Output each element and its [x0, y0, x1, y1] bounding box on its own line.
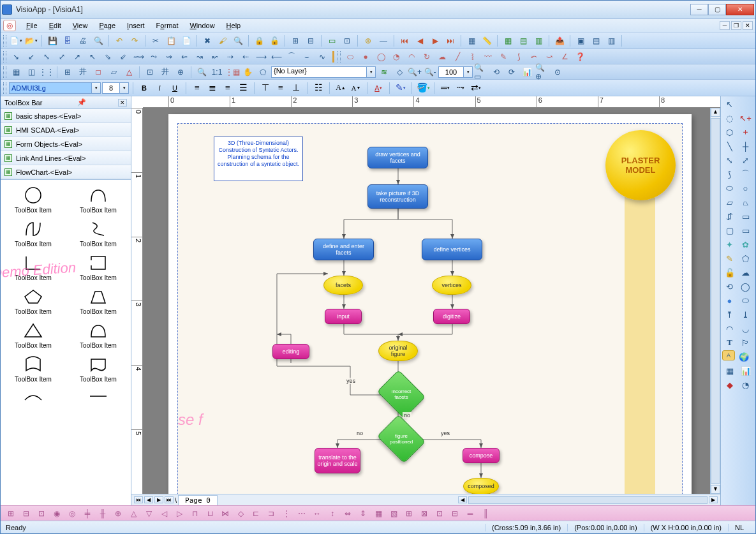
ruler-button[interactable]: 📏 [480, 34, 494, 48]
connector-12[interactable]: ⇜ [177, 50, 191, 64]
toolbox-item[interactable]: ToolBox Item [1, 319, 66, 353]
tool-ellipse-dashed[interactable]: ◌ [722, 112, 737, 124]
lock-button[interactable]: 🔒 [252, 34, 266, 48]
layout1-button[interactable]: ▣ [574, 34, 588, 48]
tool-pie[interactable]: ◔ [738, 378, 753, 391]
obj-26[interactable]: ▧ [387, 508, 400, 519]
node-term-facets[interactable]: facets [323, 276, 363, 295]
snap-point[interactable]: ▱ [107, 65, 121, 79]
shape-btn[interactable]: ⬠ [256, 65, 270, 79]
node-decision-incorrect[interactable]: incorrect facets [377, 370, 426, 419]
shape-cloud-btn[interactable]: ☁ [435, 50, 449, 64]
font-size-combo[interactable]: ▾ [102, 82, 129, 94]
fill-color-button[interactable]: 🪣▾ [416, 81, 430, 95]
tool-plus[interactable]: ┼ [738, 140, 753, 152]
tab-nav-first[interactable]: ⏮ [134, 496, 143, 503]
tool-chart[interactable]: 📊 [738, 364, 753, 377]
category-form-objects[interactable]: ▦Form Objects-<Eval> [1, 137, 131, 151]
node-action-digitize[interactable]: digitize [433, 309, 470, 324]
tool-arc3[interactable]: ◡ [738, 322, 753, 335]
font-size-dropdown-icon[interactable]: ▾ [120, 82, 129, 94]
pan-alt[interactable]: ⋮▦ [225, 65, 239, 79]
tool-arc[interactable]: ⌒ [738, 168, 753, 181]
bullets-button[interactable]: ☷ [311, 81, 325, 95]
grid-button[interactable]: ▦ [464, 34, 478, 48]
line-color-button[interactable]: ✎▾ [394, 81, 408, 95]
node-term-composed[interactable]: composed [463, 478, 499, 494]
valign-mid-button[interactable]: ≡ [274, 81, 288, 95]
tool-callout1[interactable]: ▢ [722, 224, 737, 237]
toolbox-item[interactable] [1, 387, 66, 413]
obj-8[interactable]: ⊕ [112, 508, 124, 519]
bold-button[interactable]: B [137, 81, 151, 95]
menu-window[interactable]: Window [184, 20, 219, 31]
layer-add[interactable]: ≋ [377, 65, 391, 79]
toolbox-item[interactable] [66, 387, 131, 413]
tool-callout2[interactable]: ▭ [738, 224, 753, 237]
node-draw-vertices[interactable]: draw vertices and facets [367, 147, 428, 168]
select-button[interactable]: ▭ [325, 34, 339, 48]
tool-text-box[interactable]: A [722, 350, 735, 360]
shape-help-btn[interactable]: ❓ [573, 50, 587, 64]
grip-icon[interactable] [3, 35, 6, 47]
category-flowchart[interactable]: ▦FlowChart-<Eval> [1, 165, 131, 179]
underline-button[interactable]: U [168, 81, 182, 95]
zoom-dropdown-icon[interactable]: ▾ [464, 66, 473, 78]
menu-format[interactable]: Format [151, 20, 184, 31]
toolbox-item[interactable]: ToolBox Item [66, 353, 131, 387]
fit-button[interactable]: ⊕ [361, 34, 375, 48]
connector-17[interactable]: ⟶ [254, 50, 268, 64]
shape-arc2-btn[interactable]: ⤻ [542, 50, 556, 64]
find-button[interactable]: 🔍 [231, 34, 245, 48]
layer-field[interactable]: {No Layer} [271, 66, 367, 78]
tab-nav-prev[interactable]: ◀ [144, 496, 153, 503]
zoom-ext[interactable]: 🔍⊕ [535, 65, 549, 79]
connector-3[interactable]: ⤡ [40, 50, 54, 64]
node-decision-positioned[interactable]: figure positioned [377, 415, 426, 463]
node-define-vertices[interactable]: define vertices [422, 239, 482, 260]
zoom-sel[interactable]: ⟲ [489, 65, 503, 79]
obj-22[interactable]: ↕ [326, 508, 339, 519]
snap-2[interactable]: ◫ [24, 65, 38, 79]
obj-29[interactable]: ⊡ [433, 508, 446, 519]
layer-dropdown-icon[interactable]: ▾ [367, 66, 376, 78]
obj-30[interactable]: ⊟ [448, 508, 461, 519]
layout3-button[interactable]: ▥ [604, 34, 618, 48]
tool-gear[interactable]: ✿ [738, 238, 753, 251]
scroll-track[interactable] [711, 118, 720, 484]
print-preview-button[interactable]: 🔍 [91, 34, 105, 48]
tool-circle[interactable]: ○ [738, 182, 753, 195]
snap-grid[interactable]: ⊞ [61, 65, 75, 79]
tool-text[interactable]: T [722, 336, 737, 349]
tab-nav-last[interactable]: ⏭ [165, 496, 174, 503]
tool-diamond[interactable]: ◆ [722, 378, 737, 391]
tool-rect[interactable]: ▭ [738, 210, 753, 223]
tool-arc2[interactable]: ◠ [722, 322, 737, 335]
shape-zig-btn[interactable]: ⦚ [466, 50, 480, 64]
obj-13[interactable]: ⊓ [188, 508, 201, 519]
mdi-close-button[interactable]: ✕ [743, 21, 753, 30]
curve-2[interactable]: ⌣ [300, 50, 314, 64]
obj-16[interactable]: ◇ [234, 508, 247, 519]
obj-4[interactable]: ◉ [50, 508, 63, 519]
tool-cylinder[interactable]: ⬭ [738, 294, 753, 307]
shape-curve-btn[interactable]: ⟆ [512, 50, 526, 64]
tool-poly2[interactable]: ⬠ [738, 252, 753, 265]
menu-file[interactable]: File [21, 20, 43, 31]
zoom-icon[interactable]: 🔍 [195, 65, 209, 79]
ungroup-button[interactable]: ⊟ [304, 34, 318, 48]
unlock-button[interactable]: 🔓 [267, 34, 281, 48]
tool-poly[interactable]: ⬡ [722, 126, 737, 138]
italic-button[interactable]: I [152, 81, 167, 95]
tab-nav-next[interactable]: ▶ [154, 496, 163, 503]
obj-20[interactable]: ⋯ [295, 508, 308, 519]
font-name-combo[interactable]: ADMUI3Lg ▾ [9, 82, 101, 94]
shape-arc-btn[interactable]: ◠ [404, 50, 419, 64]
shape-line-btn[interactable]: ╱ [450, 50, 464, 64]
toolbox-item[interactable]: ToolBox Item [66, 319, 131, 353]
maximize-button[interactable]: ▢ [708, 4, 726, 15]
obj-9[interactable]: △ [127, 508, 140, 519]
redo-button[interactable]: ↷ [128, 34, 142, 48]
zoom-in-button[interactable]: 🔍+ [408, 65, 422, 79]
toolbox-item[interactable]: ToolBox Item [66, 285, 131, 319]
